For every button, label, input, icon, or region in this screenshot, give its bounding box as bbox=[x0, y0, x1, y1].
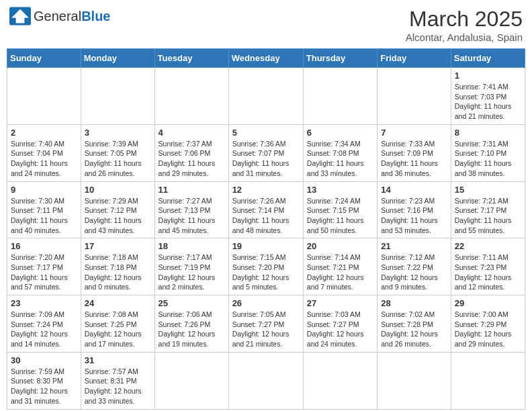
empty-cell bbox=[228, 352, 303, 409]
calendar-table: Sunday Monday Tuesday Wednesday Thursday… bbox=[7, 48, 525, 410]
day-21: 21 Sunrise: 7:12 AM Sunset: 7:22 PM Dayl… bbox=[378, 238, 451, 295]
header-friday: Friday bbox=[378, 49, 451, 68]
logo: GeneralBlue bbox=[9, 7, 111, 26]
logo-text: GeneralBlue bbox=[34, 9, 111, 24]
day-14: 14 Sunrise: 7:23 AM Sunset: 7:16 PM Dayl… bbox=[378, 181, 451, 238]
day-31: 31 Sunrise: 7:57 AM Sunset: 8:31 PM Dayl… bbox=[81, 352, 154, 409]
day-1: 1 Sunrise: 7:41 AM Sunset: 7:03 PM Dayli… bbox=[451, 68, 525, 125]
day-23: 23 Sunrise: 7:09 AM Sunset: 7:24 PM Dayl… bbox=[7, 295, 81, 353]
day-1-info: Sunrise: 7:41 AM Sunset: 7:03 PM Dayligh… bbox=[455, 83, 512, 120]
month-title: March 2025 bbox=[406, 7, 523, 32]
day-22: 22 Sunrise: 7:11 AM Sunset: 7:23 PM Dayl… bbox=[451, 238, 525, 295]
calendar-row-6: 30 Sunrise: 7:59 AM Sunset: 8:30 PM Dayl… bbox=[7, 352, 525, 409]
day-19: 19 Sunrise: 7:15 AM Sunset: 7:20 PM Dayl… bbox=[228, 238, 303, 295]
empty-cell bbox=[154, 352, 228, 409]
generalblue-icon bbox=[9, 7, 31, 26]
day-30: 30 Sunrise: 7:59 AM Sunset: 8:30 PM Dayl… bbox=[7, 352, 81, 409]
day-28: 28 Sunrise: 7:02 AM Sunset: 7:28 PM Dayl… bbox=[378, 295, 451, 353]
day-27: 27 Sunrise: 7:03 AM Sunset: 7:27 PM Dayl… bbox=[303, 295, 377, 353]
day-6: 6 Sunrise: 7:34 AM Sunset: 7:08 PM Dayli… bbox=[303, 124, 377, 181]
header-tuesday: Tuesday bbox=[154, 49, 228, 68]
day-15: 15 Sunrise: 7:21 AM Sunset: 7:17 PM Dayl… bbox=[451, 181, 525, 238]
day-5: 5 Sunrise: 7:36 AM Sunset: 7:07 PM Dayli… bbox=[228, 124, 303, 181]
weekday-header-row: Sunday Monday Tuesday Wednesday Thursday… bbox=[7, 49, 525, 68]
calendar-row-2: 2 Sunrise: 7:40 AM Sunset: 7:04 PM Dayli… bbox=[7, 124, 525, 181]
day-18: 18 Sunrise: 7:17 AM Sunset: 7:19 PM Dayl… bbox=[154, 238, 228, 295]
header-thursday: Thursday bbox=[303, 49, 377, 68]
day-7: 7 Sunrise: 7:33 AM Sunset: 7:09 PM Dayli… bbox=[378, 124, 451, 181]
header-saturday: Saturday bbox=[451, 49, 525, 68]
day-17: 17 Sunrise: 7:18 AM Sunset: 7:18 PM Dayl… bbox=[81, 238, 154, 295]
day-29: 29 Sunrise: 7:00 AM Sunset: 7:29 PM Dayl… bbox=[451, 295, 525, 353]
day-16: 16 Sunrise: 7:20 AM Sunset: 7:17 PM Dayl… bbox=[7, 238, 81, 295]
day-10: 10 Sunrise: 7:29 AM Sunset: 7:12 PM Dayl… bbox=[81, 181, 154, 238]
day-20: 20 Sunrise: 7:14 AM Sunset: 7:21 PM Dayl… bbox=[303, 238, 377, 295]
calendar-row-1: 1 Sunrise: 7:41 AM Sunset: 7:03 PM Dayli… bbox=[7, 68, 525, 125]
header-wednesday: Wednesday bbox=[228, 49, 303, 68]
header-sunday: Sunday bbox=[7, 49, 81, 68]
location-subtitle: Alcontar, Andalusia, Spain bbox=[406, 32, 523, 43]
day-9: 9 Sunrise: 7:30 AM Sunset: 7:11 PM Dayli… bbox=[7, 181, 81, 238]
day-25: 25 Sunrise: 7:06 AM Sunset: 7:26 PM Dayl… bbox=[154, 295, 228, 353]
day-8: 8 Sunrise: 7:31 AM Sunset: 7:10 PM Dayli… bbox=[451, 124, 525, 181]
empty-cell bbox=[303, 68, 377, 125]
title-area: March 2025 Alcontar, Andalusia, Spain bbox=[406, 7, 523, 43]
empty-cell bbox=[7, 68, 81, 125]
empty-cell bbox=[451, 352, 525, 409]
day-4: 4 Sunrise: 7:37 AM Sunset: 7:06 PM Dayli… bbox=[154, 124, 228, 181]
calendar-row-5: 23 Sunrise: 7:09 AM Sunset: 7:24 PM Dayl… bbox=[7, 295, 525, 353]
header: GeneralBlue March 2025 Alcontar, Andalus… bbox=[7, 7, 525, 43]
calendar-row-3: 9 Sunrise: 7:30 AM Sunset: 7:11 PM Dayli… bbox=[7, 181, 525, 238]
empty-cell bbox=[378, 352, 451, 409]
empty-cell bbox=[81, 68, 154, 125]
empty-cell bbox=[228, 68, 303, 125]
empty-cell bbox=[378, 68, 451, 125]
calendar-row-4: 16 Sunrise: 7:20 AM Sunset: 7:17 PM Dayl… bbox=[7, 238, 525, 295]
day-11: 11 Sunrise: 7:27 AM Sunset: 7:13 PM Dayl… bbox=[154, 181, 228, 238]
day-13: 13 Sunrise: 7:24 AM Sunset: 7:15 PM Dayl… bbox=[303, 181, 377, 238]
empty-cell bbox=[154, 68, 228, 125]
day-26: 26 Sunrise: 7:05 AM Sunset: 7:27 PM Dayl… bbox=[228, 295, 303, 353]
day-24: 24 Sunrise: 7:08 AM Sunset: 7:25 PM Dayl… bbox=[81, 295, 154, 353]
empty-cell bbox=[303, 352, 377, 409]
day-2: 2 Sunrise: 7:40 AM Sunset: 7:04 PM Dayli… bbox=[7, 124, 81, 181]
day-3: 3 Sunrise: 7:39 AM Sunset: 7:05 PM Dayli… bbox=[81, 124, 154, 181]
day-12: 12 Sunrise: 7:26 AM Sunset: 7:14 PM Dayl… bbox=[228, 181, 303, 238]
header-monday: Monday bbox=[81, 49, 154, 68]
